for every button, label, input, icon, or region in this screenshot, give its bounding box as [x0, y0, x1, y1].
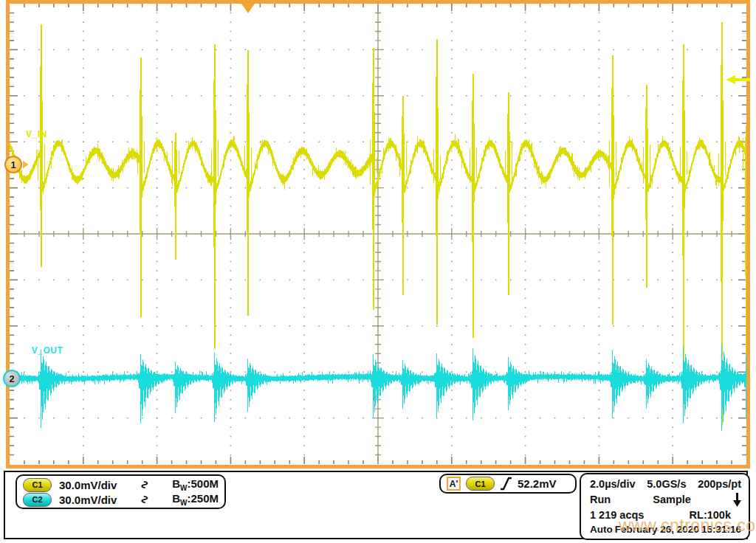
readout-panel: C1 30.0mV/div ∿ BW:500M C2 30.0mV/div ∿ … [4, 471, 748, 539]
channel2-badge-label: 2 [9, 373, 14, 384]
trigger-position-marker-icon[interactable] [241, 4, 255, 13]
ch2-badge[interactable]: C2 [23, 493, 52, 507]
record-length: RL:100k [690, 509, 731, 521]
run-state: Run [590, 494, 611, 505]
ch1-badge[interactable]: C1 [23, 478, 52, 492]
oscilloscope-screen: 1 2 V_IN V_OUT C1 30.0mV/div ∿ BW:500M C… [0, 0, 756, 543]
channel1-badge-arrow-icon [23, 161, 29, 168]
ch1-scale: 30.0mV/div [59, 479, 138, 491]
trigger-level-arrow-icon[interactable] [726, 75, 735, 84]
ch1-bandwidth: BW:500M [172, 477, 219, 492]
acq-mode: Sample [611, 494, 733, 505]
ch1-trace-label: V_IN [26, 129, 47, 139]
sample-rate: 5.0GS/s [636, 478, 698, 490]
down-arrow-icon [733, 493, 741, 507]
trigger-source-badge: C1 [466, 477, 495, 491]
rising-edge-icon [500, 477, 512, 491]
channel-settings-box: C1 30.0mV/div ∿ BW:500M C2 30.0mV/div ∿ … [16, 474, 226, 509]
channel1-badge-label: 1 [10, 159, 16, 170]
time-value: 15:31:16 [701, 524, 741, 535]
channel2-settings-row[interactable]: C2 30.0mV/div ∿ BW:250M [23, 492, 219, 507]
trigger-mode: Auto [590, 524, 613, 535]
channel1-settings-row[interactable]: C1 30.0mV/div ∿ BW:500M [23, 477, 219, 492]
ch2-ac-coupling-icon: ∿ [138, 493, 151, 506]
acq-count: 1 219 acqs [590, 509, 644, 521]
trigger-readout-box[interactable]: A' C1 52.2mV [439, 474, 577, 494]
date-value: February 26, 2020 [613, 524, 701, 535]
ch1-ac-coupling-icon: ∿ [138, 478, 151, 491]
timebase-row: 2.0µs/div 5.0GS/s 200ps/pt [590, 478, 741, 490]
waveform-display[interactable] [10, 4, 746, 464]
trigger-level-arrow-tail [735, 78, 750, 81]
timebase-readout-box: 2.0µs/div 5.0GS/s 200ps/pt Run Sample 1 … [580, 473, 750, 540]
trigger-level-value: 52.2mV [518, 477, 557, 490]
ch2-scale: 30.0mV/div [59, 494, 138, 506]
acquisition-state-row: Run Sample [590, 493, 741, 507]
graticule-frame [6, 0, 750, 468]
acq-count-row: 1 219 acqs RL:100k [590, 509, 741, 521]
channel2-position-badge[interactable]: 2 [3, 370, 21, 387]
datetime-row: Auto February 26, 2020 15:31:16 [590, 524, 741, 535]
channel1-position-badge[interactable]: 1 [4, 156, 22, 173]
trigger-a-badge: A' [447, 477, 461, 491]
ch2-trace-label: V_OUT [32, 345, 63, 356]
ch2-bandwidth: BW:250M [172, 492, 219, 507]
channel2-badge-arrow-icon [21, 375, 27, 382]
horizontal-scale: 2.0µs/div [590, 478, 636, 490]
sample-resolution: 200ps/pt [698, 478, 741, 490]
